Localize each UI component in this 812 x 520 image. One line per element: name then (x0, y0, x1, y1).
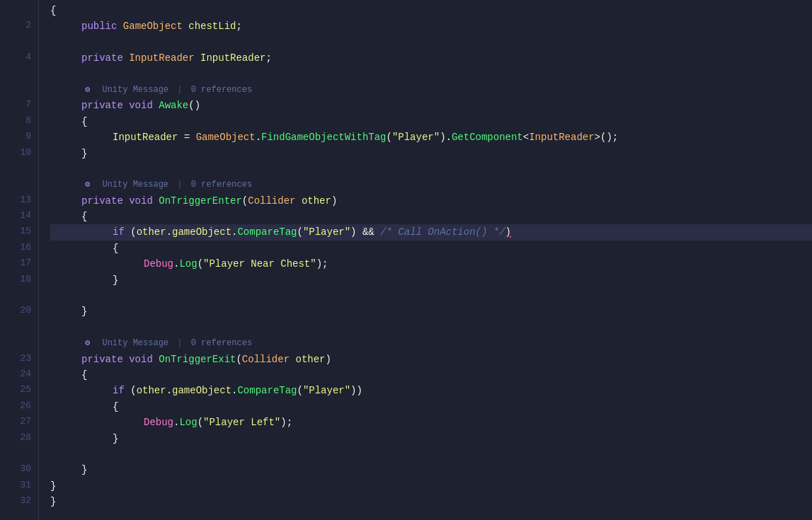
code-line: } (50, 431, 812, 446)
code-line: private InputReader InputReader ; (50, 50, 812, 66)
code-line: { (50, 367, 812, 383)
code-line: { (50, 3, 812, 18)
code-line: { (50, 241, 812, 256)
unity-icon: ⚙ (85, 83, 90, 97)
code-line: } (50, 494, 812, 509)
code-line: } (50, 272, 812, 288)
hint-refs: 0 references (191, 83, 252, 97)
hint-label: Unity Message (102, 178, 168, 192)
hint-refs: 0 references (191, 337, 252, 350)
code-line: Debug . Log ( "Player Near Chest" ); (50, 256, 812, 272)
code-line: } (50, 146, 812, 161)
unity-message-hint-trigger-enter: ⚙ Unity Message | 0 references (50, 177, 812, 192)
code-line: Debug . Log ( "Player Left" ); (50, 415, 812, 430)
code-editor: 2 4 7 8 9 10 13 14 15 16 17 18 20 23 24 … (0, 0, 812, 520)
code-line (50, 67, 812, 82)
code-line (50, 320, 812, 335)
code-line: private void Awake () (50, 98, 812, 113)
code-line: { (50, 399, 812, 415)
code-line (50, 161, 812, 177)
code-line: InputReader = GameObject . FindGameObjec… (50, 129, 812, 145)
code-line (50, 288, 812, 304)
code-line: private void OnTriggerExit ( Collider ot… (50, 352, 812, 367)
code-line: if ( other . gameObject . CompareTag ( "… (50, 383, 812, 398)
unity-icon: ⚙ (85, 178, 90, 192)
unity-message-hint-trigger-exit: ⚙ Unity Message | 0 references (50, 335, 812, 351)
code-line: } (50, 462, 812, 478)
hint-label: Unity Message (102, 337, 168, 350)
code-content: { public GameObject chestLid ; private I… (39, 0, 812, 520)
hint-label: Unity Message (102, 83, 168, 97)
code-line (50, 35, 812, 50)
code-line: } (50, 478, 812, 494)
unity-icon: ⚙ (85, 337, 90, 350)
unity-message-hint-awake: ⚙ Unity Message | 0 references (50, 82, 812, 98)
hint-refs: 0 references (191, 178, 252, 192)
line-numbers: 2 4 7 8 9 10 13 14 15 16 17 18 20 23 24 … (0, 3, 38, 510)
code-line: private void OnTriggerEnter ( Collider o… (50, 193, 812, 209)
line-gutter: 2 4 7 8 9 10 13 14 15 16 17 18 20 23 24 … (0, 0, 39, 520)
code-line-highlighted: if ( other . gameObject . CompareTag ( "… (50, 224, 812, 240)
code-line: { (50, 114, 812, 129)
code-line: public GameObject chestLid ; (50, 18, 812, 34)
code-line: } (50, 304, 812, 319)
code-line (50, 446, 812, 462)
code-line: { (50, 209, 812, 224)
